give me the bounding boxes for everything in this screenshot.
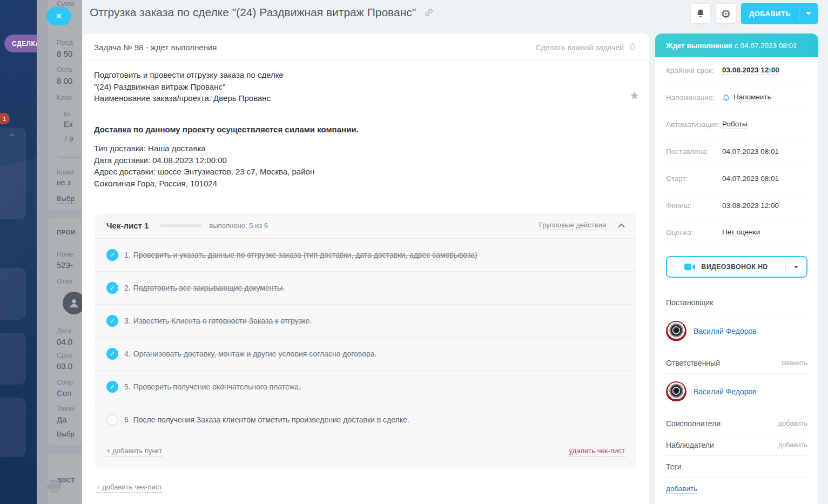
add-button[interactable]: ДОБАВИТЬ [741,3,818,24]
tags-section-header: Теги [666,456,807,478]
checklist-panel: Чек-лист 1 выполнено: 5 из 6 Групповые д… [95,213,636,468]
chevron-up-icon [618,223,625,228]
notifications-bell-button[interactable] [690,3,711,24]
chevron-down-icon [794,266,798,268]
bell-icon [695,8,706,19]
created-label: Поставлена: [666,147,722,156]
description-line: Подготовить и провести отгрузку заказа п… [94,69,636,81]
page-title: Отгрузка заказа по сделке "(24) Раздвижн… [90,6,434,19]
task-number-status: Задача № 98 - ждет выполнения [94,43,217,52]
item-text[interactable]: Проверить и указать данные по отгрузке з… [133,251,477,259]
delete-checklist-link[interactable]: удалить чек-лист [569,447,625,456]
flame-icon [628,42,637,52]
checklist-item: ✓ 3. Известить Клиента о готовности Зака… [95,304,636,337]
make-important-button[interactable]: Сделать важной задачей [536,42,637,52]
checkbox-checked-icon[interactable]: ✓ [106,348,118,360]
add-tag-link[interactable]: добавить [666,485,697,494]
description-line: "(24) Раздвижная витраж Прованс" [94,81,636,93]
rating-value[interactable]: Нет оценки [722,228,760,237]
ghost-panel [0,398,26,457]
checklist-collapse-button[interactable] [618,223,625,228]
description-line-bold: Доставка по данному проекту осуществляет… [94,124,636,136]
deadline-row: Крайний срок: 03.08.2023 12:00 [666,57,807,84]
creator-person[interactable]: Василий Федоров [666,313,807,352]
checkbox-checked-icon[interactable]: ✓ [106,381,118,393]
favorite-star-icon[interactable]: ★ [629,89,639,102]
deadline-value[interactable]: 03.08.2023 12:00 [722,66,779,75]
checklist-item: 6. После получения Заказа клиентом отмет… [95,403,636,436]
notification-count-badge: 1 [0,113,10,124]
alarm-bell-icon [722,93,730,102]
item-number: 3. [124,317,131,325]
change-responsible-link[interactable]: сменить [782,359,807,367]
status-since: с 04.07.2023 08:01 [735,42,797,50]
finish-value: 03.08.2023 12:00 [722,201,779,210]
item-number: 4. [124,350,131,358]
checkbox-checked-icon[interactable]: ✓ [106,249,118,261]
responsible-name[interactable]: Василий Федоров [694,387,757,396]
chevron-up-icon[interactable]: ⌃ [9,132,15,141]
coexecutors-section-header: Соисполнители добавить [666,413,807,434]
start-value: 04.07.2023 08:01 [722,174,779,183]
start-row: Старт: 04.07.2023 08:01 [666,165,807,192]
observers-section-header: Наблюдатели добавить [666,434,807,456]
created-row: Поставлена: 04.07.2023 08:01 [666,138,807,165]
item-number: 5. [124,382,131,391]
task-card: Задача № 98 - ждет выполнения Сделать ва… [82,33,649,504]
task-description: Подготовить и провести отгрузку заказа п… [82,61,649,189]
add-checklist-item-link[interactable]: + добавить пункт [106,447,162,456]
checklist-item: ✓ 5. Проверить получение окончательного … [95,370,636,403]
checklist-footer: + добавить пункт удалить чек-лист [95,436,636,468]
add-button-label: ДОБАВИТЬ [741,10,799,18]
add-checklist-link[interactable]: + добавить чек-лист [96,483,162,493]
gear-icon: ⚙ [721,8,731,19]
creator-section-header: Постановщик [666,292,807,313]
responsible-person[interactable]: Василий Федоров [666,374,807,413]
automation-row: Автоматизация: Роботы [666,111,807,138]
add-coexecutor-link[interactable]: добавить [778,420,807,427]
checklist-item: ✓ 2. Подготовить все закрывающие докумен… [95,271,636,304]
add-button-caret[interactable] [799,12,818,15]
meta-rows: Крайний срок: 03.08.2023 12:00 Напоминан… [655,57,818,246]
deal-badge[interactable]: СДЕЛКА [4,35,37,52]
checkbox-unchecked-icon[interactable] [106,414,118,426]
item-text[interactable]: Проверить получение окончательного плате… [133,382,301,391]
created-value: 04.07.2023 08:01 [722,147,779,156]
avatar [666,321,686,341]
automation-value[interactable]: Роботы [722,120,748,129]
add-observer-link[interactable]: добавить [778,441,807,449]
item-number: 2. [124,284,131,292]
video-call-label: ВИДЕОЗВОНОК HD [701,263,768,271]
item-text[interactable]: Известить Клиента о готовности Заказа к … [133,317,312,325]
group-actions-link[interactable]: Групповые действия [539,221,606,230]
item-text[interactable]: Подготовить все закрывающие документы. [133,284,285,292]
creator-label: Постановщик [666,298,713,307]
item-text[interactable]: Организовать доставку, монтаж и другие у… [133,350,377,358]
description-line: Тип доставки: Наша доставка [94,143,636,154]
checkbox-checked-icon[interactable]: ✓ [106,315,118,327]
checklist-item: ✓ 1. Проверить и указать данные по отгру… [95,238,636,271]
creator-name[interactable]: Василий Федоров [694,327,757,335]
reminder-value[interactable]: Напомнить [733,93,771,102]
left-nav-rail: СДЕЛКА 1 ⌃ [0,0,37,504]
close-slider-button[interactable]: ✕ [46,7,71,25]
item-text[interactable]: После получения Заказа клиентом отметить… [133,415,409,424]
ghost-panel [0,333,26,385]
finish-row: Финиш: 03.08.2023 12:00 [666,192,807,219]
checklist-done-count: выполнено: 5 из 6 [209,221,268,230]
video-call-caret[interactable] [786,266,806,268]
video-camera-icon [684,263,696,271]
deadline-label: Крайний срок: [666,66,722,75]
start-label: Старт: [666,174,722,183]
task-slider: Отгрузка заказа по сделке "(24) Раздвижн… [82,0,828,504]
make-important-label: Сделать важной задачей [536,43,624,52]
task-card-header: Задача № 98 - ждет выполнения Сделать ва… [82,33,649,61]
copy-link-icon[interactable] [423,7,434,18]
avatar [666,381,686,402]
coexecutors-label: Соисполнители [666,419,721,428]
video-call-button[interactable]: ВИДЕОЗВОНОК HD [666,256,807,278]
settings-gear-button[interactable]: ⚙ [716,3,736,24]
item-number: 1. [124,251,131,259]
task-meta-sidebar: Ждет выполнения с 04.07.2023 08:01 Крайн… [655,33,818,504]
checkbox-checked-icon[interactable]: ✓ [106,282,118,294]
